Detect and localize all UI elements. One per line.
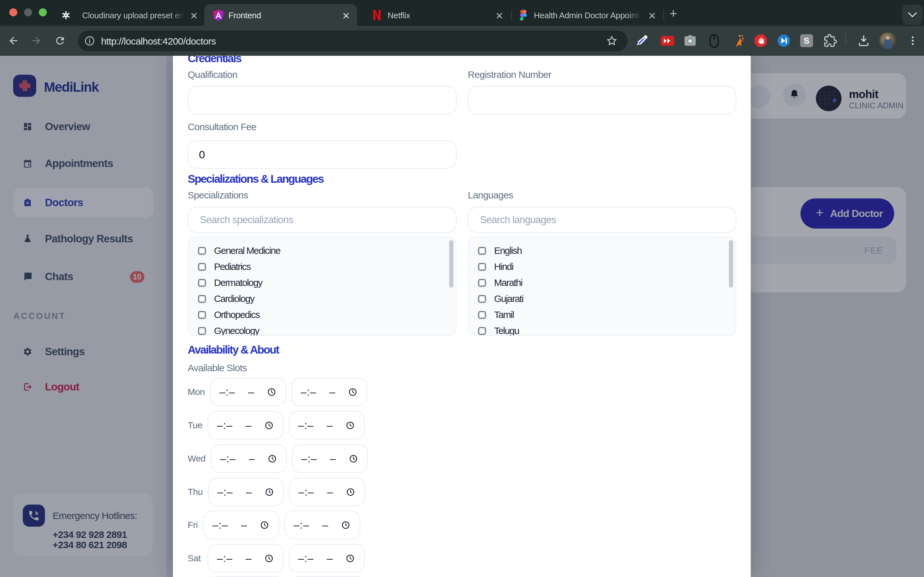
svg-text:S: S [804, 36, 809, 45]
